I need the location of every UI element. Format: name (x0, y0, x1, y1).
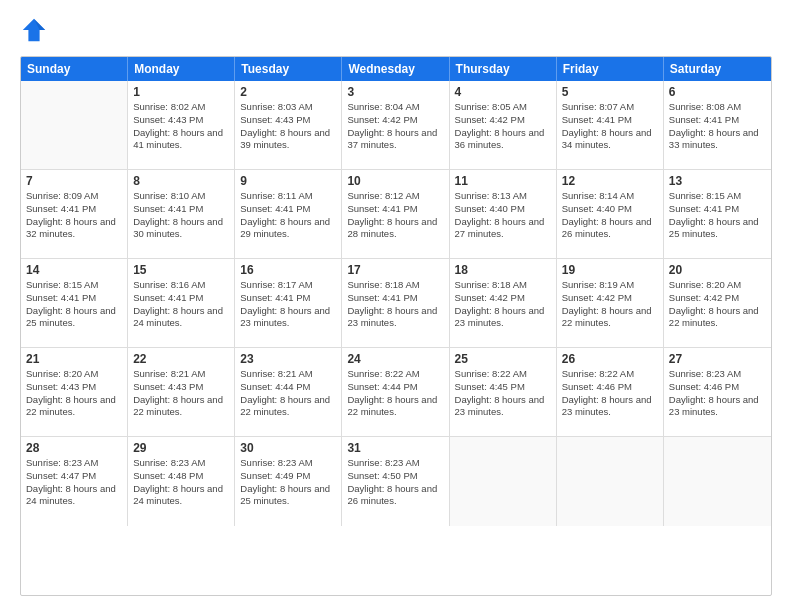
calendar-cell: 14Sunrise: 8:15 AMSunset: 4:41 PMDayligh… (21, 259, 128, 347)
day-info: Sunrise: 8:22 AMSunset: 4:44 PMDaylight:… (347, 368, 443, 419)
day-info: Sunrise: 8:23 AMSunset: 4:48 PMDaylight:… (133, 457, 229, 508)
day-info: Sunrise: 8:15 AMSunset: 4:41 PMDaylight:… (26, 279, 122, 330)
calendar-cell: 24Sunrise: 8:22 AMSunset: 4:44 PMDayligh… (342, 348, 449, 436)
calendar-cell: 19Sunrise: 8:19 AMSunset: 4:42 PMDayligh… (557, 259, 664, 347)
day-number: 5 (562, 85, 658, 99)
calendar-cell: 5Sunrise: 8:07 AMSunset: 4:41 PMDaylight… (557, 81, 664, 169)
calendar-cell: 1Sunrise: 8:02 AMSunset: 4:43 PMDaylight… (128, 81, 235, 169)
calendar-cell: 8Sunrise: 8:10 AMSunset: 4:41 PMDaylight… (128, 170, 235, 258)
calendar-cell (450, 437, 557, 526)
calendar-cell: 10Sunrise: 8:12 AMSunset: 4:41 PMDayligh… (342, 170, 449, 258)
day-info: Sunrise: 8:05 AMSunset: 4:42 PMDaylight:… (455, 101, 551, 152)
calendar-header: SundayMondayTuesdayWednesdayThursdayFrid… (21, 57, 771, 81)
day-info: Sunrise: 8:21 AMSunset: 4:44 PMDaylight:… (240, 368, 336, 419)
calendar-body: 1Sunrise: 8:02 AMSunset: 4:43 PMDaylight… (21, 81, 771, 526)
calendar-row: 28Sunrise: 8:23 AMSunset: 4:47 PMDayligh… (21, 437, 771, 526)
calendar-cell: 9Sunrise: 8:11 AMSunset: 4:41 PMDaylight… (235, 170, 342, 258)
day-info: Sunrise: 8:12 AMSunset: 4:41 PMDaylight:… (347, 190, 443, 241)
day-info: Sunrise: 8:07 AMSunset: 4:41 PMDaylight:… (562, 101, 658, 152)
day-info: Sunrise: 8:20 AMSunset: 4:43 PMDaylight:… (26, 368, 122, 419)
day-number: 10 (347, 174, 443, 188)
day-number: 16 (240, 263, 336, 277)
day-number: 2 (240, 85, 336, 99)
day-info: Sunrise: 8:08 AMSunset: 4:41 PMDaylight:… (669, 101, 766, 152)
weekday-header: Saturday (664, 57, 771, 81)
calendar-cell (664, 437, 771, 526)
day-info: Sunrise: 8:21 AMSunset: 4:43 PMDaylight:… (133, 368, 229, 419)
day-number: 17 (347, 263, 443, 277)
day-info: Sunrise: 8:16 AMSunset: 4:41 PMDaylight:… (133, 279, 229, 330)
day-number: 14 (26, 263, 122, 277)
calendar-cell: 25Sunrise: 8:22 AMSunset: 4:45 PMDayligh… (450, 348, 557, 436)
day-number: 31 (347, 441, 443, 455)
calendar-cell: 6Sunrise: 8:08 AMSunset: 4:41 PMDaylight… (664, 81, 771, 169)
calendar-cell (21, 81, 128, 169)
day-number: 11 (455, 174, 551, 188)
day-number: 28 (26, 441, 122, 455)
day-number: 12 (562, 174, 658, 188)
day-info: Sunrise: 8:23 AMSunset: 4:46 PMDaylight:… (669, 368, 766, 419)
day-info: Sunrise: 8:04 AMSunset: 4:42 PMDaylight:… (347, 101, 443, 152)
calendar-cell: 11Sunrise: 8:13 AMSunset: 4:40 PMDayligh… (450, 170, 557, 258)
day-number: 21 (26, 352, 122, 366)
day-info: Sunrise: 8:15 AMSunset: 4:41 PMDaylight:… (669, 190, 766, 241)
logo (20, 16, 52, 44)
day-number: 24 (347, 352, 443, 366)
day-info: Sunrise: 8:03 AMSunset: 4:43 PMDaylight:… (240, 101, 336, 152)
day-number: 26 (562, 352, 658, 366)
calendar-cell: 23Sunrise: 8:21 AMSunset: 4:44 PMDayligh… (235, 348, 342, 436)
day-number: 9 (240, 174, 336, 188)
day-number: 1 (133, 85, 229, 99)
calendar-row: 7Sunrise: 8:09 AMSunset: 4:41 PMDaylight… (21, 170, 771, 259)
calendar-cell: 17Sunrise: 8:18 AMSunset: 4:41 PMDayligh… (342, 259, 449, 347)
day-info: Sunrise: 8:19 AMSunset: 4:42 PMDaylight:… (562, 279, 658, 330)
day-info: Sunrise: 8:18 AMSunset: 4:41 PMDaylight:… (347, 279, 443, 330)
calendar: SundayMondayTuesdayWednesdayThursdayFrid… (20, 56, 772, 596)
weekday-header: Wednesday (342, 57, 449, 81)
calendar-cell: 2Sunrise: 8:03 AMSunset: 4:43 PMDaylight… (235, 81, 342, 169)
day-number: 25 (455, 352, 551, 366)
calendar-cell: 3Sunrise: 8:04 AMSunset: 4:42 PMDaylight… (342, 81, 449, 169)
day-info: Sunrise: 8:14 AMSunset: 4:40 PMDaylight:… (562, 190, 658, 241)
day-info: Sunrise: 8:02 AMSunset: 4:43 PMDaylight:… (133, 101, 229, 152)
day-number: 23 (240, 352, 336, 366)
day-number: 8 (133, 174, 229, 188)
day-number: 27 (669, 352, 766, 366)
calendar-cell: 12Sunrise: 8:14 AMSunset: 4:40 PMDayligh… (557, 170, 664, 258)
weekday-header: Tuesday (235, 57, 342, 81)
day-info: Sunrise: 8:23 AMSunset: 4:49 PMDaylight:… (240, 457, 336, 508)
day-info: Sunrise: 8:09 AMSunset: 4:41 PMDaylight:… (26, 190, 122, 241)
calendar-cell: 7Sunrise: 8:09 AMSunset: 4:41 PMDaylight… (21, 170, 128, 258)
logo-icon (20, 16, 48, 44)
calendar-cell: 21Sunrise: 8:20 AMSunset: 4:43 PMDayligh… (21, 348, 128, 436)
calendar-cell: 18Sunrise: 8:18 AMSunset: 4:42 PMDayligh… (450, 259, 557, 347)
weekday-header: Friday (557, 57, 664, 81)
day-info: Sunrise: 8:20 AMSunset: 4:42 PMDaylight:… (669, 279, 766, 330)
day-number: 19 (562, 263, 658, 277)
calendar-row: 14Sunrise: 8:15 AMSunset: 4:41 PMDayligh… (21, 259, 771, 348)
day-info: Sunrise: 8:23 AMSunset: 4:47 PMDaylight:… (26, 457, 122, 508)
day-info: Sunrise: 8:22 AMSunset: 4:46 PMDaylight:… (562, 368, 658, 419)
calendar-cell: 16Sunrise: 8:17 AMSunset: 4:41 PMDayligh… (235, 259, 342, 347)
day-info: Sunrise: 8:13 AMSunset: 4:40 PMDaylight:… (455, 190, 551, 241)
day-number: 30 (240, 441, 336, 455)
calendar-cell: 29Sunrise: 8:23 AMSunset: 4:48 PMDayligh… (128, 437, 235, 526)
page: SundayMondayTuesdayWednesdayThursdayFrid… (0, 0, 792, 612)
calendar-cell: 4Sunrise: 8:05 AMSunset: 4:42 PMDaylight… (450, 81, 557, 169)
day-info: Sunrise: 8:11 AMSunset: 4:41 PMDaylight:… (240, 190, 336, 241)
calendar-cell: 27Sunrise: 8:23 AMSunset: 4:46 PMDayligh… (664, 348, 771, 436)
weekday-header: Monday (128, 57, 235, 81)
calendar-row: 21Sunrise: 8:20 AMSunset: 4:43 PMDayligh… (21, 348, 771, 437)
weekday-header: Thursday (450, 57, 557, 81)
day-info: Sunrise: 8:10 AMSunset: 4:41 PMDaylight:… (133, 190, 229, 241)
day-number: 29 (133, 441, 229, 455)
day-number: 7 (26, 174, 122, 188)
day-info: Sunrise: 8:18 AMSunset: 4:42 PMDaylight:… (455, 279, 551, 330)
day-number: 22 (133, 352, 229, 366)
day-number: 13 (669, 174, 766, 188)
calendar-cell: 26Sunrise: 8:22 AMSunset: 4:46 PMDayligh… (557, 348, 664, 436)
day-number: 18 (455, 263, 551, 277)
calendar-cell (557, 437, 664, 526)
calendar-cell: 13Sunrise: 8:15 AMSunset: 4:41 PMDayligh… (664, 170, 771, 258)
day-number: 6 (669, 85, 766, 99)
